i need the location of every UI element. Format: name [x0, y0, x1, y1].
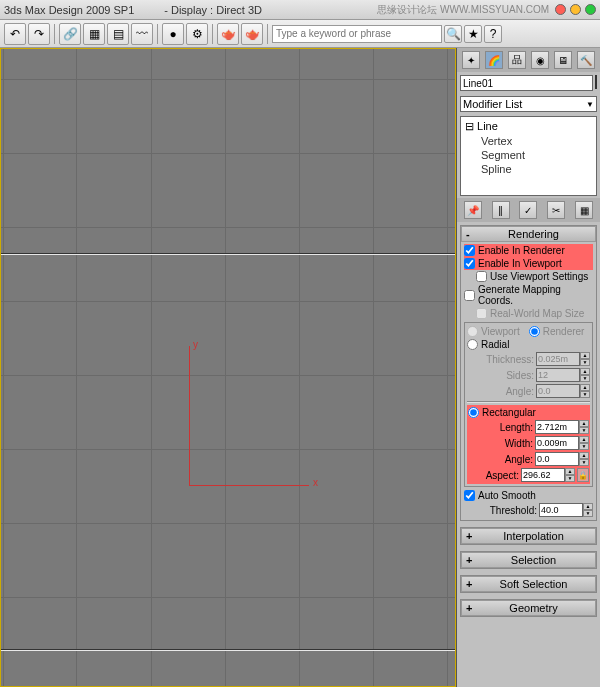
command-panel-tabs: ✦ 🌈 品 ◉ 🖥 🔨: [457, 48, 600, 72]
minimize-icon[interactable]: [570, 4, 581, 15]
axis-y-icon: [189, 346, 190, 486]
layers-button[interactable]: ▤: [107, 23, 129, 45]
pin-stack-icon[interactable]: 📌: [464, 201, 482, 219]
spin-up-icon[interactable]: ▲: [579, 420, 589, 427]
quick-render-button[interactable]: 🫖: [241, 23, 263, 45]
viewport[interactable]: x y: [0, 48, 456, 687]
window-controls: [555, 4, 596, 15]
configure-sets-icon[interactable]: ▦: [575, 201, 593, 219]
link-button[interactable]: 🔗: [59, 23, 81, 45]
display-tab-icon[interactable]: 🖥: [554, 51, 572, 69]
object-color-swatch[interactable]: [595, 75, 597, 89]
auto-smooth-checkbox[interactable]: [464, 490, 475, 501]
make-unique-icon[interactable]: ✓: [519, 201, 537, 219]
remove-modifier-icon[interactable]: ✂: [547, 201, 565, 219]
app-title: 3ds Max Design 2009 SP1: [4, 4, 134, 16]
render-button[interactable]: 🫖: [217, 23, 239, 45]
motion-tab-icon[interactable]: ◉: [531, 51, 549, 69]
title-bar: 3ds Max Design 2009 SP1 - Display : Dire…: [0, 0, 600, 20]
hierarchy-tab-icon[interactable]: 品: [508, 51, 526, 69]
schematic-button[interactable]: ▦: [83, 23, 105, 45]
thickness-input: [536, 352, 580, 366]
modifier-list-dropdown[interactable]: Modifier List: [460, 96, 597, 112]
utilities-tab-icon[interactable]: 🔨: [577, 51, 595, 69]
rollout-soft-selection-header[interactable]: +Soft Selection: [461, 576, 596, 592]
watermark: 思缘设计论坛 WWW.MISSYUAN.COM: [377, 3, 549, 17]
angle2-input[interactable]: [535, 452, 579, 466]
rollout-interpolation-header[interactable]: +Interpolation: [461, 528, 596, 544]
stack-spline[interactable]: Spline: [463, 162, 594, 176]
modify-tab-icon[interactable]: 🌈: [485, 51, 503, 69]
spin-down-icon: ▼: [580, 359, 590, 366]
redo-button[interactable]: ↷: [28, 23, 50, 45]
axis-x-icon: [189, 485, 309, 486]
material-button[interactable]: ●: [162, 23, 184, 45]
favorites-button[interactable]: ★: [464, 25, 482, 43]
search-button[interactable]: 🔍: [444, 25, 462, 43]
length-input[interactable]: [535, 420, 579, 434]
renderer-radio[interactable]: [529, 326, 540, 337]
stack-segment[interactable]: Segment: [463, 148, 594, 162]
axis-x-label: x: [313, 477, 318, 488]
modifier-stack[interactable]: ⊟ Line Vertex Segment Spline: [460, 116, 597, 196]
spline-object-bottom[interactable]: [1, 649, 455, 651]
lock-aspect-icon[interactable]: 🔒: [577, 468, 589, 482]
width-input[interactable]: [535, 436, 579, 450]
undo-button[interactable]: ↶: [4, 23, 26, 45]
help-search-input[interactable]: [272, 25, 442, 43]
angle-input: [536, 384, 580, 398]
show-result-icon[interactable]: ‖: [492, 201, 510, 219]
viewport-radio: [467, 326, 478, 337]
generate-mapping-checkbox[interactable]: [464, 290, 475, 301]
render-setup-button[interactable]: ⚙: [186, 23, 208, 45]
rectangular-radio[interactable]: [468, 407, 479, 418]
close-icon[interactable]: [555, 4, 566, 15]
maximize-icon[interactable]: [585, 4, 596, 15]
create-tab-icon[interactable]: ✦: [462, 51, 480, 69]
object-name-input[interactable]: [460, 75, 593, 91]
help-button[interactable]: ?: [484, 25, 502, 43]
rollout-geometry-header[interactable]: +Geometry: [461, 600, 596, 616]
radial-radio[interactable]: [467, 339, 478, 350]
spline-object-top[interactable]: [1, 253, 455, 255]
stack-line[interactable]: ⊟ Line: [463, 119, 594, 134]
spin-down-icon[interactable]: ▼: [579, 427, 589, 434]
enable-renderer-checkbox[interactable]: [464, 245, 475, 256]
display-mode: - Display : Direct 3D: [164, 4, 262, 16]
aspect-input[interactable]: [521, 468, 565, 482]
main-toolbar: ↶ ↷ 🔗 ▦ ▤ 〰 ● ⚙ 🫖 🫖 🔍 ★ ?: [0, 20, 600, 48]
real-world-checkbox: [476, 308, 487, 319]
threshold-input[interactable]: [539, 503, 583, 517]
stack-vertex[interactable]: Vertex: [463, 134, 594, 148]
rollout-rendering-header[interactable]: -Rendering: [461, 226, 596, 242]
enable-viewport-checkbox[interactable]: [464, 258, 475, 269]
spin-up-icon: ▲: [580, 352, 590, 359]
use-viewport-settings-checkbox[interactable]: [476, 271, 487, 282]
curve-editor-button[interactable]: 〰: [131, 23, 153, 45]
sides-input: [536, 368, 580, 382]
axis-y-label: y: [193, 339, 198, 350]
rollout-rendering: -Rendering Enable In Renderer Enable In …: [460, 225, 597, 521]
rollout-selection-header[interactable]: +Selection: [461, 552, 596, 568]
command-panel: ✦ 🌈 品 ◉ 🖥 🔨 Modifier List ⊟ Line Vertex …: [456, 48, 600, 687]
